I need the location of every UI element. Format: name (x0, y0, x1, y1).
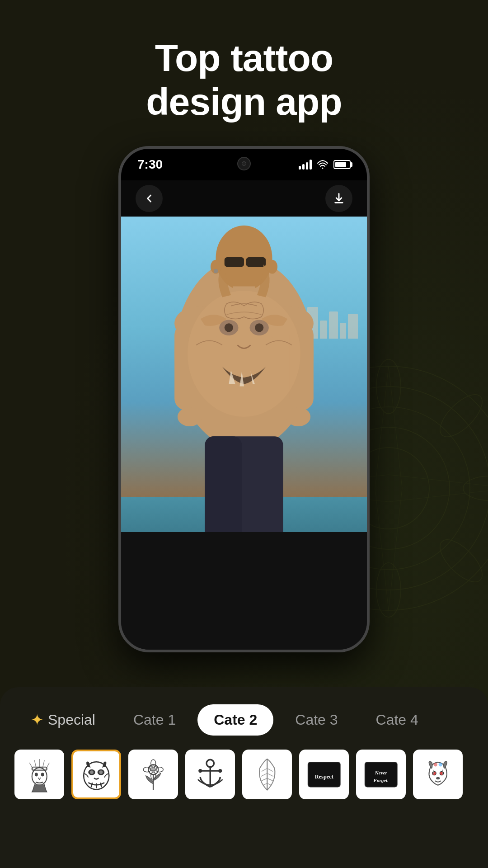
svg-line-75 (262, 768, 267, 771)
svg-line-46 (46, 763, 49, 769)
svg-point-88 (432, 771, 436, 775)
anchor-icon (192, 756, 229, 793)
signal-icon (299, 160, 312, 170)
svg-point-50 (41, 773, 44, 776)
tab-cate4[interactable]: Cate 4 (360, 704, 435, 736)
svg-point-92 (438, 763, 442, 766)
svg-point-6 (376, 563, 401, 617)
svg-point-15 (322, 168, 324, 169)
svg-text:Never: Never (375, 770, 388, 775)
bottom-tray: ✦ Special Cate 1 Cate 2 Cate 3 Cate 4 (0, 687, 488, 868)
svg-point-21 (267, 260, 277, 274)
svg-point-68 (154, 767, 155, 769)
svg-point-73 (218, 769, 222, 773)
thumbnail-native-chief[interactable] (14, 750, 64, 799)
svg-marker-13 (375, 366, 402, 610)
svg-point-28 (188, 291, 300, 417)
download-button[interactable] (325, 185, 352, 212)
svg-point-90 (436, 777, 440, 780)
svg-point-8 (463, 476, 488, 500)
svg-line-76 (261, 773, 267, 776)
category-tabs: ✦ Special Cate 1 Cate 2 Cate 3 Cate 4 (14, 703, 474, 736)
phone-frame: 7:30 (118, 146, 370, 652)
tab-cate1[interactable]: Cate 1 (117, 704, 192, 736)
svg-line-80 (267, 773, 273, 776)
tattoo-photo (121, 217, 367, 587)
front-camera (237, 157, 251, 170)
thumbnail-anchor[interactable] (185, 750, 235, 799)
svg-point-39 (286, 407, 310, 426)
status-icons (299, 160, 351, 170)
svg-point-89 (440, 771, 443, 775)
svg-line-44 (29, 763, 33, 769)
svg-rect-19 (246, 257, 266, 267)
feather-icon (249, 756, 286, 793)
wolf-icon (419, 756, 457, 793)
never-forget-icon: Never Forget. (362, 756, 400, 793)
status-time: 7:30 (137, 157, 163, 172)
svg-point-72 (198, 769, 202, 773)
tab-cate1-label: Cate 1 (133, 712, 176, 728)
tab-special-label: Special (48, 712, 95, 728)
svg-text:Forget.: Forget. (373, 778, 388, 783)
svg-point-31 (225, 323, 233, 332)
phone-nav-bar (121, 180, 367, 217)
svg-point-10 (433, 533, 488, 589)
svg-point-32 (255, 323, 263, 332)
tab-cate3-label: Cate 3 (295, 712, 338, 728)
svg-line-56 (91, 783, 93, 787)
svg-line-79 (267, 768, 272, 771)
thumbnails-row: Respect Never Forget. (14, 750, 474, 799)
battery-icon (333, 160, 351, 169)
wifi-icon (317, 160, 328, 169)
svg-point-5 (376, 359, 401, 414)
thumbnail-wolf[interactable] (413, 750, 463, 799)
oni-mask-icon (79, 757, 114, 792)
floral-icon (135, 756, 172, 793)
phone-bottom-panel (121, 532, 367, 650)
tab-cate2[interactable]: Cate 2 (197, 704, 273, 736)
tab-special[interactable]: ✦ Special (14, 703, 112, 736)
thumbnail-floral[interactable] (128, 750, 178, 799)
svg-line-58 (100, 783, 102, 787)
page-title: Top tattoo design app (146, 36, 342, 123)
respect-icon: Respect (305, 756, 343, 793)
thumbnail-never-forget[interactable]: Never Forget. (356, 750, 406, 799)
special-star-icon: ✦ (31, 711, 43, 729)
native-chief-icon (21, 756, 58, 793)
svg-point-69 (206, 760, 214, 767)
svg-line-77 (262, 778, 267, 781)
person-with-tattoo (156, 223, 332, 562)
tab-cate3[interactable]: Cate 3 (279, 704, 354, 736)
thumbnail-respect[interactable]: Respect (299, 750, 349, 799)
thumbnail-feather[interactable] (242, 750, 292, 799)
svg-rect-18 (225, 257, 244, 267)
svg-point-22 (214, 269, 218, 274)
back-button[interactable] (136, 185, 163, 212)
svg-point-49 (35, 773, 38, 776)
svg-point-11 (433, 388, 488, 443)
svg-point-55 (99, 770, 103, 774)
tab-cate4-label: Cate 4 (376, 712, 418, 728)
svg-point-67 (151, 767, 153, 769)
thumbnail-oni-mask[interactable] (71, 750, 121, 799)
svg-line-82 (267, 783, 271, 785)
svg-line-78 (263, 783, 267, 785)
svg-point-38 (178, 407, 202, 426)
svg-point-91 (433, 763, 437, 766)
svg-point-54 (90, 770, 94, 774)
svg-text:Respect: Respect (314, 773, 333, 779)
main-image-area (121, 217, 367, 587)
tab-cate2-label: Cate 2 (214, 712, 257, 728)
svg-line-81 (267, 778, 272, 781)
